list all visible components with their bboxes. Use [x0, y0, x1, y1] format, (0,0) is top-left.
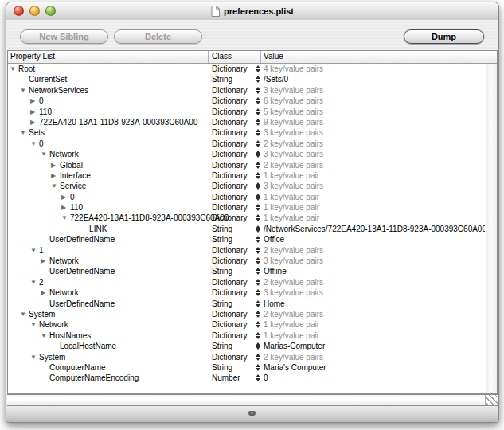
row-class-popup[interactable]: String	[212, 74, 232, 84]
class-stepper-icon[interactable]	[256, 172, 260, 179]
disclosure-triangle-icon[interactable]: ▼	[30, 139, 39, 149]
row-class-popup[interactable]: Dictionary	[212, 117, 247, 127]
plist-row[interactable]: __LINK__String/NetworkServices/722EA420-…	[8, 224, 486, 234]
class-stepper-icon[interactable]	[256, 342, 260, 350]
class-stepper-icon[interactable]	[256, 162, 260, 169]
disclosure-triangle-icon[interactable]: ▼	[20, 127, 29, 138]
plist-row[interactable]: ▶0Dictionary6 key/value pairs	[8, 96, 486, 106]
disclosure-triangle-icon[interactable]: ▼	[61, 213, 70, 223]
plist-row[interactable]: UserDefinedNameStringHome	[8, 299, 486, 309]
row-class-popup[interactable]: String	[212, 299, 232, 309]
row-class-popup[interactable]: Dictionary	[212, 213, 247, 223]
row-class-popup[interactable]: String	[212, 341, 232, 351]
row-value[interactable]: 2 key/value pairs	[264, 160, 485, 170]
disclosure-triangle-icon[interactable]: ▶	[30, 96, 39, 106]
disclosure-triangle-icon[interactable]: ▶	[30, 107, 39, 117]
row-value[interactable]: 2 key/value pairs	[264, 139, 485, 149]
row-class-popup[interactable]: Dictionary	[212, 287, 247, 298]
disclosure-triangle-icon[interactable]: ▼	[30, 277, 39, 287]
class-stepper-icon[interactable]	[256, 374, 260, 381]
disclosure-triangle-icon[interactable]: ▶	[41, 256, 49, 266]
class-stepper-icon[interactable]	[256, 129, 260, 136]
plist-row[interactable]: ▶GlobalDictionary2 key/value pairs	[8, 160, 486, 170]
row-class-popup[interactable]: String	[212, 224, 232, 234]
row-value[interactable]: 5 key/value pairs	[264, 107, 485, 117]
close-icon[interactable]	[14, 6, 24, 16]
plist-row[interactable]: CurrentSetString/Sets/0	[8, 74, 486, 84]
row-value[interactable]: 1 key/value pair	[264, 202, 485, 213]
vertical-scrollbar[interactable]	[486, 64, 497, 393]
plist-row[interactable]: ComputerNameStringMaria's Computer	[8, 362, 486, 373]
row-value[interactable]: 1 key/value pair	[264, 192, 485, 202]
row-class-popup[interactable]: Dictionary	[212, 319, 247, 330]
plist-row[interactable]: ▼ServiceDictionary3 key/value pairs	[8, 181, 486, 191]
class-stepper-icon[interactable]	[256, 140, 260, 147]
plist-row[interactable]: ComputerNameEncodingNumber0	[8, 373, 486, 383]
plist-row[interactable]: ▼SystemDictionary2 key/value pairs	[8, 352, 486, 362]
title-bar[interactable]: preferences.plist	[6, 2, 498, 21]
class-stepper-icon[interactable]	[256, 364, 260, 371]
row-value[interactable]: 1 key/value pair	[264, 170, 485, 181]
class-stepper-icon[interactable]	[256, 279, 260, 286]
row-class-popup[interactable]: String	[212, 362, 232, 373]
class-stepper-icon[interactable]	[256, 65, 260, 72]
disclosure-triangle-icon[interactable]: ▼	[41, 330, 49, 341]
plist-row[interactable]: ▼0Dictionary2 key/value pairs	[8, 139, 486, 149]
class-stepper-icon[interactable]	[256, 150, 260, 158]
disclosure-triangle-icon[interactable]: ▼	[30, 352, 39, 362]
plist-row[interactable]: UserDefinedNameStringOffice	[8, 234, 486, 244]
row-value[interactable]: 3 key/value pairs	[264, 127, 485, 138]
row-value[interactable]: 1 key/value pair	[264, 330, 485, 341]
row-class-popup[interactable]: String	[212, 234, 232, 244]
zoom-icon[interactable]	[45, 6, 56, 16]
disclosure-triangle-icon[interactable]: ▼	[20, 309, 29, 319]
row-class-popup[interactable]: Dictionary	[212, 139, 247, 149]
disclosure-triangle-icon[interactable]: ▼	[30, 319, 39, 330]
disclosure-triangle-icon[interactable]: ▶	[51, 160, 60, 170]
class-stepper-icon[interactable]	[256, 332, 260, 339]
plist-row[interactable]: ▼NetworkDictionary1 key/value pair	[8, 319, 486, 330]
row-class-popup[interactable]: Dictionary	[212, 256, 247, 266]
plist-row[interactable]: ▼HostNamesDictionary1 key/value pair	[8, 330, 486, 341]
class-stepper-icon[interactable]	[256, 204, 260, 211]
row-class-popup[interactable]: Dictionary	[212, 107, 247, 117]
row-value[interactable]: 1 key/value pair	[264, 213, 485, 223]
plist-row[interactable]: ▶InterfaceDictionary1 key/value pair	[8, 170, 486, 181]
row-class-popup[interactable]: Dictionary	[212, 192, 247, 202]
plist-row[interactable]: LocalHostNameStringMarias-Computer	[8, 341, 486, 351]
row-value[interactable]: Offline	[264, 266, 485, 276]
row-value[interactable]: 3 key/value pairs	[264, 256, 485, 266]
disclosure-triangle-icon[interactable]: ▶	[30, 117, 39, 127]
row-value[interactable]: Marias-Computer	[264, 341, 485, 351]
row-value[interactable]: /NetworkServices/722EA420-13A1-11D8-923A…	[264, 224, 485, 234]
disclosure-triangle-icon[interactable]: ▼	[41, 149, 49, 159]
row-class-popup[interactable]: Dictionary	[212, 149, 247, 159]
plist-row[interactable]: ▶NetworkDictionary3 key/value pairs	[8, 256, 486, 266]
class-stepper-icon[interactable]	[256, 214, 260, 221]
class-stepper-icon[interactable]	[256, 247, 260, 254]
split-pane-dimple-icon[interactable]	[248, 411, 256, 416]
plist-row[interactable]: ▼NetworkDictionary3 key/value pairs	[8, 149, 486, 159]
column-divider[interactable]	[208, 51, 209, 63]
row-value[interactable]: Home	[264, 299, 485, 309]
row-class-popup[interactable]: Dictionary	[212, 352, 247, 362]
row-value[interactable]: 2 key/value pairs	[264, 277, 485, 287]
row-class-popup[interactable]: Dictionary	[212, 127, 247, 138]
plist-row[interactable]: ▼SystemDictionary2 key/value pairs	[8, 309, 486, 319]
plist-row[interactable]: ▶NetworkDictionary3 key/value pairs	[8, 287, 486, 298]
disclosure-triangle-icon[interactable]: ▶	[41, 287, 49, 298]
row-value[interactable]: Maria's Computer	[264, 362, 485, 373]
plist-row[interactable]: ▶0Dictionary1 key/value pair	[8, 192, 486, 202]
plist-row[interactable]: ▼RootDictionary4 key/value pairs	[8, 64, 486, 74]
disclosure-triangle-icon[interactable]: ▼	[30, 245, 39, 256]
row-class-popup[interactable]: Dictionary	[212, 277, 247, 287]
plist-row[interactable]: ▼722EA420-13A1-11D8-923A-000393C60A00Dic…	[8, 213, 486, 223]
row-value[interactable]: 9 key/value pairs	[264, 117, 485, 127]
disclosure-triangle-icon[interactable]: ▶	[61, 192, 70, 202]
plist-row[interactable]: ▶110Dictionary1 key/value pair	[8, 202, 486, 213]
row-class-popup[interactable]: Dictionary	[212, 64, 247, 74]
row-value[interactable]: 3 key/value pairs	[264, 149, 485, 159]
plist-row[interactable]: UserDefinedNameStringOffline	[8, 266, 486, 276]
class-stepper-icon[interactable]	[256, 236, 260, 243]
new-sibling-button[interactable]: New Sibling	[20, 29, 108, 44]
